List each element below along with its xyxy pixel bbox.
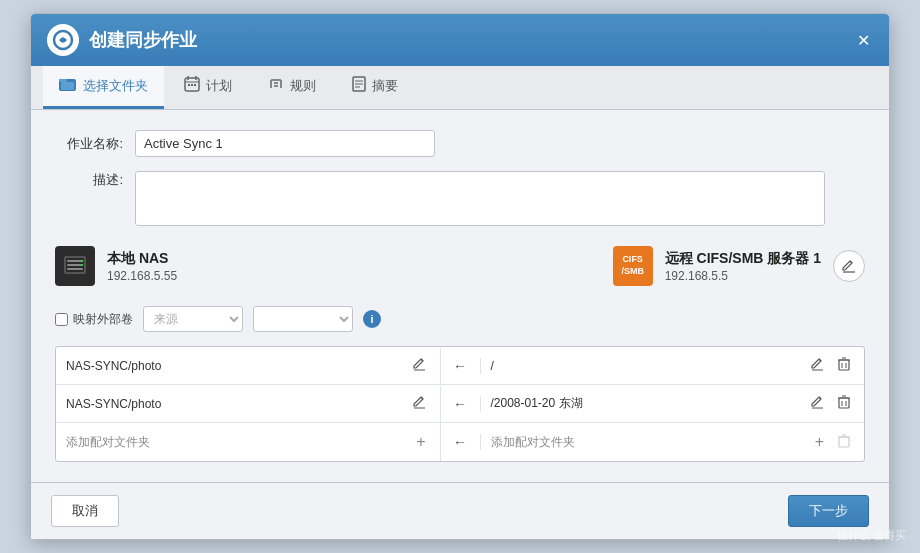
- svg-rect-23: [67, 260, 83, 262]
- svg-point-1: [61, 38, 66, 43]
- tab-rules-label: 规则: [290, 77, 316, 95]
- right-add-icon[interactable]: +: [811, 431, 828, 453]
- right-delete-icon-2[interactable]: [834, 393, 854, 414]
- table-row: NAS-SYNC/photo ← /: [56, 347, 864, 385]
- tab-folder[interactable]: 选择文件夹: [43, 66, 164, 109]
- remote-nas-icon: CIFS/SMB: [613, 246, 653, 286]
- close-button[interactable]: ✕: [853, 30, 873, 50]
- tab-summary-label: 摘要: [372, 77, 398, 95]
- left-add-actions: +: [412, 431, 429, 453]
- local-nas-title: 本地 NAS: [107, 250, 177, 268]
- remote-nas-ip: 192.168.5.5: [665, 269, 728, 283]
- titlebar: 创建同步作业 ✕: [31, 14, 889, 66]
- description-input[interactable]: [135, 171, 825, 226]
- right-path-2: /2008-01-20 东湖: [491, 395, 583, 412]
- right-edit-icon-2[interactable]: [807, 394, 828, 414]
- dialog-title: 创建同步作业: [89, 28, 197, 52]
- svg-point-26: [81, 260, 83, 262]
- svg-rect-10: [191, 84, 193, 86]
- svg-rect-11: [194, 84, 196, 86]
- arrow-1: ←: [441, 358, 481, 374]
- right-add-actions: +: [811, 431, 854, 453]
- schedule-tab-icon: [184, 76, 200, 96]
- summary-tab-icon: [352, 76, 366, 96]
- mapping-checkbox[interactable]: [55, 313, 68, 326]
- right-path-1: /: [491, 359, 494, 373]
- folder-table: NAS-SYNC/photo ← /: [55, 346, 865, 462]
- left-cell-add: 添加配对文件夹 +: [56, 423, 441, 461]
- remote-nas-edit-button[interactable]: [833, 250, 865, 282]
- local-nas-info: 本地 NAS 192.168.5.55: [107, 250, 177, 283]
- remote-nas-title: 远程 CIFS/SMB 服务器 1: [665, 250, 821, 268]
- job-name-label: 作业名称:: [55, 135, 123, 153]
- description-row: 描述:: [55, 171, 865, 226]
- left-add-label: 添加配对文件夹: [66, 434, 150, 451]
- main-dialog: 创建同步作业 ✕ 选择文件夹: [30, 13, 890, 540]
- mapping-row: 映射外部卷 来源 i: [55, 306, 865, 332]
- right-cell-add: 添加配对文件夹 +: [481, 423, 865, 461]
- local-nas-ip: 192.168.5.55: [107, 269, 177, 283]
- svg-rect-24: [67, 264, 83, 266]
- source-select[interactable]: 来源: [143, 306, 243, 332]
- tab-summary[interactable]: 摘要: [336, 66, 414, 109]
- left-edit-icon-2[interactable]: [409, 394, 430, 414]
- app-icon: [47, 24, 79, 56]
- table-row: NAS-SYNC/photo ← /2008-01-20 东湖: [56, 385, 864, 423]
- job-name-row: 作业名称:: [55, 130, 865, 157]
- cancel-button[interactable]: 取消: [51, 495, 119, 527]
- svg-rect-25: [67, 268, 83, 270]
- nas-row: 本地 NAS 192.168.5.55 CIFS/SMB 远程 CIFS/SMB…: [55, 246, 865, 286]
- remote-nas-box: CIFS/SMB 远程 CIFS/SMB 服务器 1 192.168.5.5: [613, 246, 865, 286]
- dialog-content: 作业名称: 描述:: [31, 110, 889, 482]
- svg-rect-38: [839, 398, 849, 408]
- right-cell-1: /: [481, 347, 865, 384]
- next-button[interactable]: 下一步: [788, 495, 869, 527]
- svg-rect-31: [839, 360, 849, 370]
- rules-tab-icon: [268, 76, 284, 96]
- info-icon[interactable]: i: [363, 310, 381, 328]
- remote-nas-info: 远程 CIFS/SMB 服务器 1 192.168.5.5: [665, 250, 821, 283]
- tab-folder-label: 选择文件夹: [83, 77, 148, 95]
- tab-rules[interactable]: 规则: [252, 66, 332, 109]
- folder-tab-icon: [59, 76, 77, 96]
- svg-rect-9: [188, 84, 190, 86]
- right-add-label: 添加配对文件夹: [491, 434, 575, 451]
- left-edit-icon-1[interactable]: [409, 356, 430, 376]
- tab-bar: 选择文件夹 计划: [31, 66, 889, 110]
- table-row-add: 添加配对文件夹 + ← 添加配对文件夹 +: [56, 423, 864, 461]
- arrow-add: ←: [441, 434, 481, 450]
- left-cell-1: NAS-SYNC/photo: [56, 348, 441, 384]
- right-delete-icon-1[interactable]: [834, 355, 854, 376]
- left-cell-2: NAS-SYNC/photo: [56, 386, 441, 422]
- right-cell-2: /2008-01-20 东湖: [481, 385, 865, 422]
- local-nas-box: 本地 NAS 192.168.5.55: [55, 246, 177, 286]
- right-edit-icon-1[interactable]: [807, 356, 828, 376]
- right-actions-2: [807, 393, 854, 414]
- local-nas-icon: [55, 246, 95, 286]
- dest-select[interactable]: [253, 306, 353, 332]
- mapping-checkbox-label[interactable]: 映射外部卷: [55, 311, 133, 328]
- left-actions-1: [409, 356, 430, 376]
- mapping-label-text: 映射外部卷: [73, 311, 133, 328]
- right-actions-1: [807, 355, 854, 376]
- left-path-1: NAS-SYNC/photo: [66, 359, 161, 373]
- svg-point-27: [81, 264, 83, 266]
- svg-rect-3: [59, 79, 67, 82]
- left-path-2: NAS-SYNC/photo: [66, 397, 161, 411]
- tab-schedule-label: 计划: [206, 77, 232, 95]
- dialog-footer: 取消 下一步: [31, 482, 889, 539]
- right-delete-icon-add: [834, 432, 854, 453]
- svg-rect-43: [839, 437, 849, 447]
- description-label: 描述:: [55, 171, 123, 189]
- svg-rect-4: [61, 82, 74, 90]
- job-name-input[interactable]: [135, 130, 435, 157]
- left-add-icon[interactable]: +: [412, 431, 429, 453]
- tab-schedule[interactable]: 计划: [168, 66, 248, 109]
- arrow-2: ←: [441, 396, 481, 412]
- left-actions-2: [409, 394, 430, 414]
- title-left: 创建同步作业: [47, 24, 197, 56]
